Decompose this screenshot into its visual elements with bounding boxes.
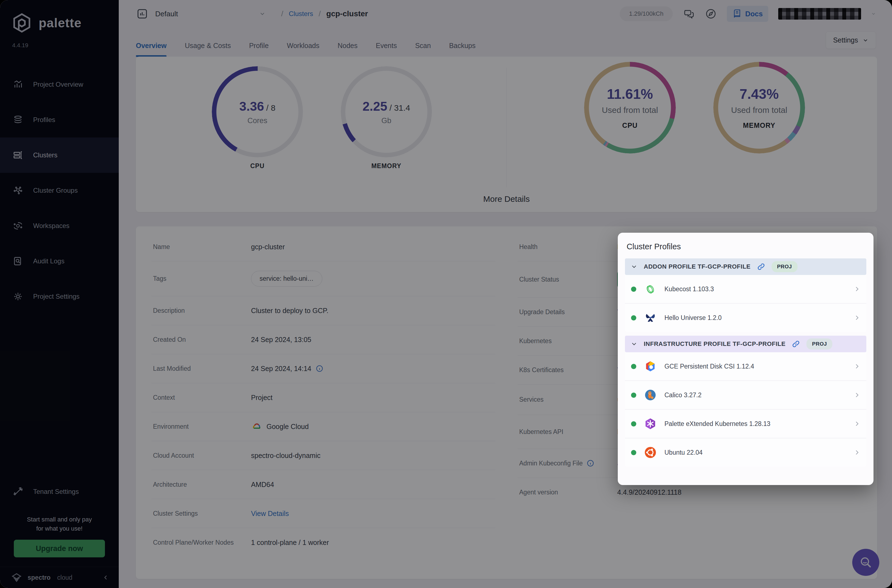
infrastructure-profile-header[interactable]: INFRASTRUCTURE PROFILE TF-GCP-PROFILE PR… [625,336,866,352]
calico-icon [644,388,657,401]
chevron-down-icon[interactable] [631,263,638,270]
chevron-right-icon [854,392,860,398]
palette-extended-kubernetes-icon [644,417,657,430]
chevron-down-icon[interactable] [631,340,638,348]
chevron-right-icon [854,449,860,456]
proj-badge: PROJ [806,339,832,350]
gce-persistent-disk-icon [644,360,657,373]
hello-universe-icon [644,311,657,324]
app-window: palette 4.4.19 Project Overview Profiles [0,0,892,588]
ubuntu-icon [644,446,657,459]
pack-status-dot [631,450,636,455]
profile-pack-ubuntu[interactable]: Ubuntu 22.04 [625,438,866,466]
pack-status-dot [631,421,636,426]
profile-pack-gce-pd-csi[interactable]: GCE Persistent Disk CSI 1.12.4 [625,352,866,381]
kubecost-icon [644,283,657,296]
cluster-profiles-panel: Cluster Profiles ADDON PROFILE TF-GCP-PR… [618,233,874,485]
chevron-right-icon [854,286,860,292]
addon-profile-header[interactable]: ADDON PROFILE TF-GCP-PROFILE PROJ [625,258,866,275]
profile-pack-hello-universe[interactable]: Hello Universe 1.2.0 [625,304,866,332]
addon-profile-section: ADDON PROFILE TF-GCP-PROFILE PROJ Kubeco… [625,258,866,332]
infrastructure-profile-title: INFRASTRUCTURE PROFILE TF-GCP-PROFILE [644,340,785,348]
pack-status-dot [631,364,636,369]
addon-profile-title: ADDON PROFILE TF-GCP-PROFILE [644,263,751,270]
profile-pack-kubecost[interactable]: Kubecost 1.103.3 [625,275,866,304]
profile-pack-calico[interactable]: Calico 3.27.2 [625,381,866,410]
chevron-right-icon [854,314,860,321]
pack-status-dot [631,393,636,398]
chevron-right-icon [854,420,860,427]
profile-pack-palette-extended-k8s[interactable]: Palette eXtended Kubernetes 1.28.13 [625,410,866,438]
infrastructure-profile-section: INFRASTRUCTURE PROFILE TF-GCP-PROFILE PR… [625,336,866,466]
proj-badge: PROJ [772,261,797,272]
panel-title: Cluster Profiles [626,242,866,251]
pack-status-dot [631,315,636,321]
pack-status-dot [631,286,636,292]
chevron-right-icon [854,363,860,370]
link-icon[interactable] [791,339,800,348]
link-icon[interactable] [757,262,766,271]
